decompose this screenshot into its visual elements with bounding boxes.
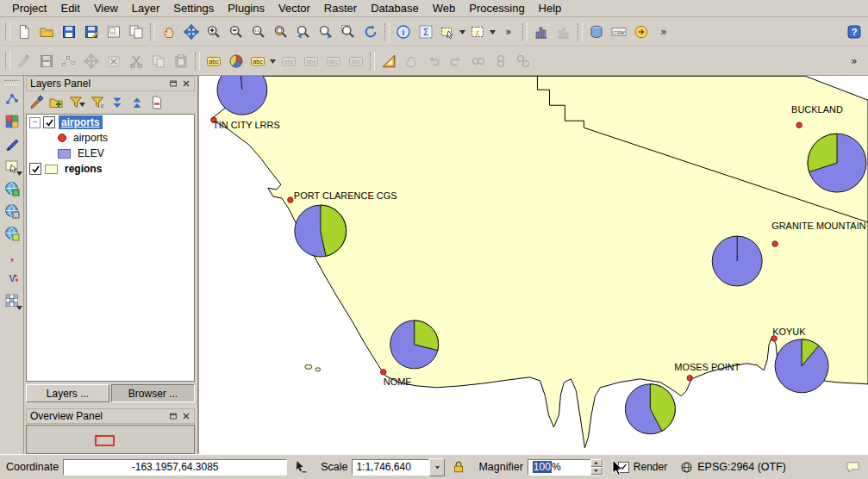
vector-points-button[interactable] [1,88,23,110]
menu-settings[interactable]: Settings [166,0,221,16]
label-abc-button[interactable]: abc [203,50,225,72]
layer-row[interactable]: airports [27,130,194,146]
folder-open-button[interactable] [35,21,58,43]
toolbar-grip[interactable] [522,23,528,40]
scale-combo-arrow[interactable] [429,458,445,476]
map-identify-button[interactable] [1,155,23,177]
histogram-button[interactable] [530,21,553,43]
magnifier-spinner[interactable] [590,459,603,475]
select-expr-button[interactable]: ε [467,21,497,43]
layer-label[interactable]: regions [62,162,104,176]
menu-help[interactable]: Help [532,0,569,16]
toolbar-grip[interactable] [5,23,10,40]
menu-vector[interactable]: Vector [272,0,317,16]
dropdown-arrow-icon[interactable] [490,30,496,34]
identify-button[interactable]: i [392,21,415,43]
layer-row[interactable]: regions [27,161,194,177]
metasearch-button[interactable] [630,21,653,43]
pan-arrows-button[interactable] [180,21,203,43]
layers-tree[interactable]: −airportsairportsELEVregions [26,114,195,382]
zoom-last-button[interactable] [292,21,315,43]
overflow-button[interactable]: » [843,50,865,72]
panel-styling-button[interactable] [26,93,46,113]
save-button[interactable] [58,21,80,43]
map-canvas[interactable]: TIN CITY LRRSPORT CLARENCE CGSBUCKLANDGR… [198,76,868,454]
menu-processing[interactable]: Processing [462,0,531,16]
composer-button[interactable] [103,21,125,43]
layer-label[interactable]: airports [71,131,110,145]
globe-wcs-button[interactable] [1,222,23,245]
layer-label[interactable]: ELEV [75,146,107,160]
overview-extent-rect[interactable] [95,435,115,446]
database-button[interactable] [585,21,608,43]
overview-map[interactable] [26,425,195,454]
float-panel-button[interactable] [166,78,179,90]
pan-hand-button[interactable] [158,21,180,43]
globe-db-button[interactable] [1,200,23,222]
menu-layer[interactable]: Layer [125,0,167,16]
browser-tab[interactable]: Browser ... [111,384,195,402]
menu-database[interactable]: Database [364,0,426,16]
zoom-out-button[interactable] [225,21,247,43]
messages-button[interactable] [844,458,862,476]
stats-button[interactable]: Σ [415,21,437,43]
layer-row[interactable]: ELEV [27,146,194,161]
vector-v-button[interactable]: V [1,267,23,289]
layer-row[interactable]: −airports [27,115,194,130]
panel-collapse-button[interactable] [127,93,147,113]
overflow-button[interactable]: » [653,21,675,43]
dropdown-arrow-icon[interactable] [270,59,276,64]
style-pen-button[interactable] [1,133,23,155]
scale-combo[interactable]: 1:1,746,640 [352,458,445,476]
virtual-layer-button[interactable] [1,289,23,312]
toolbar-grip[interactable] [370,53,375,70]
scale-value[interactable]: 1:1,746,640 [352,459,429,476]
panel-expand-button[interactable] [107,93,127,113]
menu-project[interactable]: Project [5,0,53,16]
expander-icon[interactable]: − [29,117,41,128]
magnifier-spinbox[interactable]: 100 % [528,459,603,476]
globe-wms-button[interactable] [1,177,23,200]
menu-raster[interactable]: Raster [317,0,364,16]
zoom-layer-button[interactable] [337,21,359,43]
refresh-button[interactable] [359,21,382,43]
panel-filter-button[interactable] [66,93,87,113]
zoom-actual-button[interactable]: 1:1 [247,21,270,43]
menu-plugins[interactable]: Plugins [221,0,272,16]
toolbar-grip[interactable] [195,53,200,70]
toolbar-grip[interactable] [5,53,10,70]
zoom-in-button[interactable] [203,21,225,43]
dropdown-arrow-icon[interactable] [16,306,22,310]
overflow-button[interactable]: » [497,21,520,43]
help-button[interactable]: ? [843,21,865,43]
label-abc2-button[interactable]: abc [247,50,278,72]
toolbar-grip[interactable] [4,80,20,85]
layer-label[interactable]: airports [59,115,103,129]
ruler-colored-button[interactable] [378,50,400,72]
spin-up-button[interactable] [590,459,603,467]
select-rect-button[interactable] [437,21,467,43]
zoom-full-button[interactable] [270,21,292,43]
save-as-button[interactable] [80,21,103,43]
menu-edit[interactable]: Edit [53,0,86,16]
layers-tab[interactable]: Layers ... [26,384,109,402]
csw-button[interactable]: CSW [608,21,630,43]
render-checkbox[interactable]: Render [618,461,667,473]
close-panel-button[interactable] [179,78,192,90]
raster-cells-button[interactable] [1,110,23,133]
coordinate-input[interactable] [63,459,287,476]
panel-expression-button[interactable]: ε [87,93,107,113]
dropdown-arrow-icon[interactable] [16,171,22,176]
layer-checkbox[interactable] [29,163,41,175]
dropdown-arrow-icon[interactable] [79,103,85,107]
panel-add-group-button[interactable] [46,93,66,113]
toolbar-grip[interactable] [150,23,155,40]
toolbar-grip[interactable] [578,23,583,40]
menu-web[interactable]: Web [426,0,463,16]
oracle-button[interactable]: , [1,245,23,267]
mouse-position-toggle-button[interactable] [291,458,309,476]
scale-lock-button[interactable] [449,458,467,476]
zoom-next-button[interactable] [315,21,337,43]
layer-checkbox[interactable] [43,116,55,128]
float-panel-button[interactable] [166,410,179,422]
